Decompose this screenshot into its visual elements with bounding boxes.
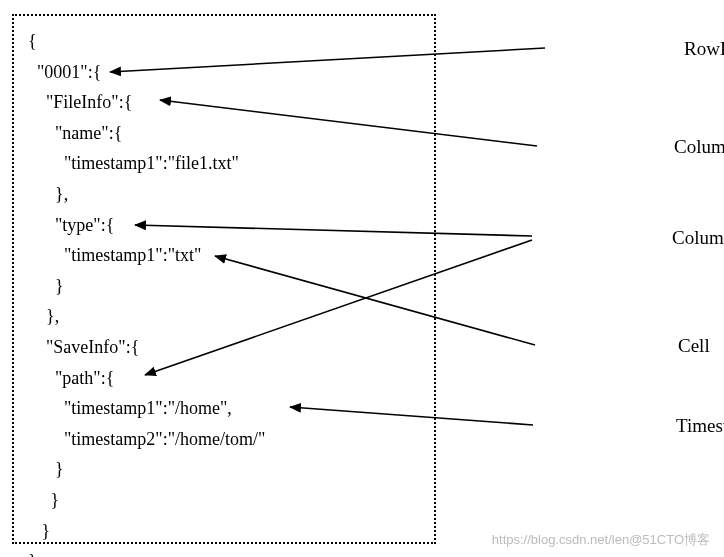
json-line-rowkey: "0001":{ (28, 57, 420, 88)
json-line-cell: "timestamp1":"txt" (28, 240, 420, 271)
json-line-saveinfo: "SaveInfo":{ (28, 332, 420, 363)
json-line-ts1: "timestamp1":"/home", (28, 393, 420, 424)
json-line: } (28, 546, 420, 557)
label-rowkey: RowKey (684, 38, 724, 60)
json-line-path: "path":{ (28, 363, 420, 394)
label-colqual: Column Qualifier (672, 227, 724, 249)
watermark-text: https://blog.csdn.net/len@51CTO博客 (492, 531, 710, 549)
json-line: } (28, 454, 420, 485)
json-line: { (28, 26, 420, 57)
json-line-colfam: "FileInfo":{ (28, 87, 420, 118)
label-colfam: Column Family (674, 136, 724, 158)
label-timestamp: Timestamp (676, 415, 724, 437)
json-line: "timestamp2":"/home/tom/" (28, 424, 420, 455)
json-line-name: "name":{ (28, 118, 420, 149)
json-line: }, (28, 301, 420, 332)
json-line: } (28, 516, 420, 547)
json-line: "timestamp1":"file1.txt" (28, 148, 420, 179)
json-line: }, (28, 179, 420, 210)
json-line: } (28, 485, 420, 516)
label-cell: Cell (678, 335, 710, 357)
json-line: } (28, 271, 420, 302)
json-code-box: { "0001":{ "FileInfo":{ "name":{ "timest… (12, 14, 436, 544)
json-line-type: "type":{ (28, 210, 420, 241)
